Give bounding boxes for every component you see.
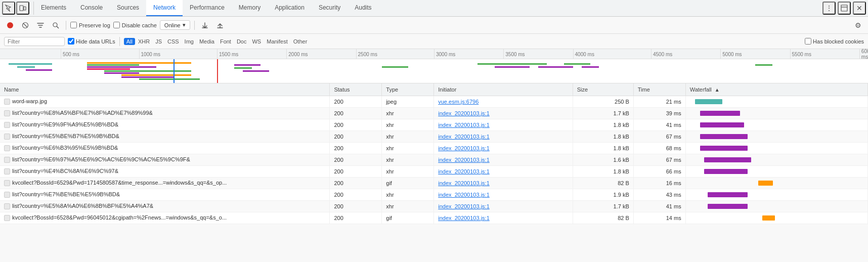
cell-initiator[interactable]: index_20200103.js:1 <box>434 142 573 154</box>
cell-initiator[interactable]: vue.esm.js:6796 <box>434 96 573 107</box>
undock-icon[interactable] <box>838 2 851 15</box>
hide-data-urls-checkbox[interactable] <box>68 38 74 45</box>
tab-memory[interactable]: Memory <box>232 0 268 16</box>
table-row[interactable]: list?country=%E7%BE%BE%E5%9B%BD& 200 xhr… <box>0 189 868 200</box>
hide-data-urls-label[interactable]: Hide data URLs <box>68 38 115 45</box>
main-tabs: Elements Console Sources Network Perform… <box>34 0 822 16</box>
close-icon[interactable]: ✕ <box>853 2 866 15</box>
table-row[interactable]: list?country=%E5%BE%B7%E5%9B%BD& 200 xhr… <box>0 130 868 142</box>
filter-type-xhr[interactable]: XHR <box>136 38 152 45</box>
header-name[interactable]: Name <box>0 83 330 96</box>
time-tick-1500: 1500 ms <box>217 49 238 59</box>
tab-audits[interactable]: Audits <box>348 0 378 16</box>
tab-security[interactable]: Security <box>312 0 348 16</box>
cell-initiator[interactable]: index_20200103.js:1 <box>434 200 573 212</box>
table-row[interactable]: kvcollect?BossId=6528&Pwd=96045012&cgipa… <box>0 212 868 224</box>
tab-application[interactable]: Application <box>268 0 312 16</box>
filter-type-media[interactable]: Media <box>197 38 217 45</box>
disable-cache-label[interactable]: Disable cache <box>113 22 157 28</box>
cell-name: list?country=%E7%BE%BE%E5%9B%BD& <box>0 189 330 200</box>
table-row[interactable]: kvcollect?BossId=6529&Pwd=1714580587&tim… <box>0 177 868 189</box>
table-row[interactable]: list?country=%E9%9F%A9%E5%9B%BD& 200 xhr… <box>0 119 868 130</box>
tab-elements[interactable]: Elements <box>34 0 73 16</box>
table-row[interactable]: list?country=%E8%A5%BF%E7%8F%AD%E7%89%99… <box>0 107 868 119</box>
cell-size: 1.8 kB <box>573 119 633 130</box>
time-tick-500: 500 ms <box>61 49 79 59</box>
cell-type: xhr <box>382 154 434 165</box>
table-row[interactable]: list?country=%E6%B3%95%E5%9B%BD& 200 xhr… <box>0 142 868 154</box>
header-waterfall[interactable]: Waterfall ▲ <box>685 83 867 96</box>
device-mode-icon[interactable] <box>16 2 29 15</box>
cell-initiator[interactable]: index_20200103.js:1 <box>434 107 573 119</box>
export-har-button[interactable] <box>214 19 226 31</box>
cell-waterfall <box>685 142 867 154</box>
inspect-icon[interactable] <box>2 2 15 15</box>
filter-type-css[interactable]: CSS <box>165 38 182 45</box>
has-blocked-cookies[interactable]: Has blocked cookies <box>805 38 864 45</box>
import-har-button[interactable] <box>199 19 211 31</box>
filter-input[interactable] <box>4 37 65 46</box>
cell-initiator[interactable]: index_20200103.js:1 <box>434 165 573 177</box>
cell-type: xhr <box>382 130 434 142</box>
record-button[interactable] <box>4 19 16 31</box>
table-row[interactable]: list?country=%E5%8A%A0%E6%8B%BF%E5%A4%A7… <box>0 200 868 212</box>
table-row[interactable]: word-warp.jpg 200 jpeg vue.esm.js:6796 2… <box>0 96 868 107</box>
cell-initiator[interactable]: index_20200103.js:1 <box>434 154 573 165</box>
wf-mini-bar-5 <box>87 64 139 66</box>
tab-performance[interactable]: Performance <box>183 0 232 16</box>
waterfall-marker-blue <box>173 59 175 83</box>
cell-time: 41 ms <box>633 119 685 130</box>
header-status[interactable]: Status <box>330 83 382 96</box>
cell-size: 1.8 kB <box>573 142 633 154</box>
filter-type-js[interactable]: JS <box>153 38 164 45</box>
cell-type: xhr <box>382 200 434 212</box>
header-time[interactable]: Time <box>633 83 685 96</box>
preserve-log-label[interactable]: Preserve log <box>70 22 110 28</box>
cell-size: 1.8 kB <box>573 165 633 177</box>
row-favicon <box>4 110 10 116</box>
has-blocked-checkbox[interactable] <box>805 38 811 45</box>
filter-type-ws[interactable]: WS <box>249 38 264 45</box>
cell-name: list?country=%E5%8A%A0%E6%8B%BF%E5%A4%A7… <box>0 200 330 212</box>
cell-status: 200 <box>330 119 382 130</box>
waterfall-bar <box>708 192 748 197</box>
cell-initiator[interactable]: index_20200103.js:1 <box>434 119 573 130</box>
filter-type-doc[interactable]: Doc <box>234 38 249 45</box>
cell-initiator[interactable]: index_20200103.js:1 <box>434 130 573 142</box>
table-row[interactable]: list?country=%E6%97%A5%E6%9C%AC%E6%9C%AC… <box>0 154 868 165</box>
tab-sources[interactable]: Sources <box>110 0 146 16</box>
throttle-dropdown[interactable]: Online ▾ <box>160 20 190 30</box>
filter-type-other[interactable]: Other <box>291 38 310 45</box>
cell-status: 200 <box>330 200 382 212</box>
cell-type: xhr <box>382 165 434 177</box>
network-table: Name Status Type Initiator Size Time Wat… <box>0 83 868 224</box>
header-size[interactable]: Size <box>573 83 633 96</box>
table-row[interactable]: list?country=%E4%BC%8A%E6%9C%97& 200 xhr… <box>0 165 868 177</box>
header-type[interactable]: Type <box>382 83 434 96</box>
filter-type-font[interactable]: Font <box>218 38 234 45</box>
preserve-log-checkbox[interactable] <box>70 22 77 28</box>
tab-network[interactable]: Network <box>146 0 183 16</box>
filter-icon-btn[interactable] <box>34 19 47 31</box>
cell-initiator[interactable]: index_20200103.js:1 <box>434 189 573 200</box>
time-tick-5000: 5000 ms <box>720 49 742 59</box>
cell-initiator[interactable]: index_20200103.js:1 <box>434 212 573 224</box>
settings-icon-btn[interactable]: ⚙ <box>852 19 864 31</box>
time-tick-2000: 2000 ms <box>286 49 308 59</box>
filter-type-img[interactable]: Img <box>182 38 196 45</box>
cell-status: 200 <box>330 165 382 177</box>
filter-type-all[interactable]: All <box>124 38 135 45</box>
clear-button[interactable] <box>19 19 31 31</box>
cell-initiator[interactable]: index_20200103.js:1 <box>434 177 573 189</box>
more-tabs-icon[interactable]: ⋮ <box>822 2 836 15</box>
filter-types: All XHR JS CSS Img Media Font Doc WS Man… <box>124 38 310 45</box>
cell-time: 21 ms <box>633 96 685 107</box>
cell-type: xhr <box>382 107 434 119</box>
filter-type-manifest[interactable]: Manifest <box>264 38 290 45</box>
tab-console[interactable]: Console <box>73 0 110 16</box>
search-button[interactable] <box>50 19 62 31</box>
row-favicon <box>4 215 10 221</box>
header-initiator[interactable]: Initiator <box>434 83 573 96</box>
disable-cache-checkbox[interactable] <box>113 22 120 28</box>
waterfall-bar <box>762 215 775 221</box>
